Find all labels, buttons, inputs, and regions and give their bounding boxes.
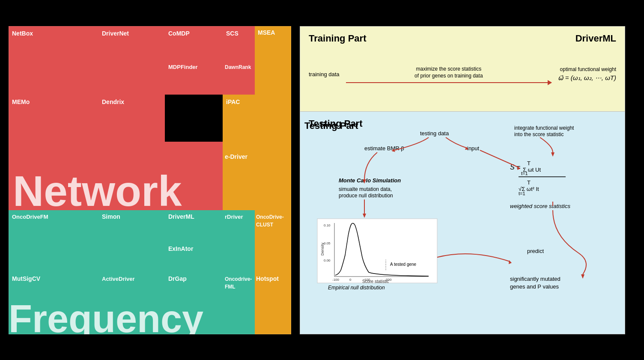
oncodrivefm-label: OncoDriveFM: [12, 214, 48, 220]
ipac-cell: [223, 95, 255, 210]
msea-label: MSEA: [258, 29, 275, 36]
mc-down-head: [363, 214, 366, 218]
predict-text: predict: [527, 248, 544, 254]
result-text2: genes and P values: [510, 283, 559, 290]
x-tick-2: 0: [349, 278, 352, 282]
formula-box: optimal functional weight ω⃗ = (ω₁, ω₂, …: [558, 65, 616, 83]
x-tick-4: 200: [386, 278, 392, 282]
oncodriveclust-label2: CLUST: [256, 222, 274, 228]
hotspot-label: Hotspot: [256, 275, 279, 282]
frequency-big-label: Frequency: [9, 298, 203, 334]
monte-carlo-title: Monte Carlo Simulation: [339, 177, 401, 184]
treemap-panel: MSEA NetBox DriverNet CoMDP SCS MDPFinde…: [9, 26, 291, 334]
optimal-weight-text: optimal functional weight: [558, 65, 616, 73]
network-big-label: Network: [13, 167, 182, 215]
oncodrivefml-label2: FML: [225, 284, 236, 290]
chart-box: [317, 219, 437, 283]
main-container: MSEA NetBox DriverNet CoMDP SCS MDPFinde…: [0, 0, 644, 360]
numerator: T: [527, 160, 531, 167]
testing-svg: Testing Part testing data integrate func…: [300, 112, 613, 309]
gene-label: A tested gene: [390, 262, 417, 267]
mutsigcv-label: MutSigCV: [12, 275, 41, 282]
edriver-label: e-Driver: [225, 153, 247, 160]
simulate-text2: produce null distribution: [339, 193, 393, 199]
y-tick-3: 0.00: [324, 259, 331, 262]
training-arrow: [346, 82, 552, 83]
comdp-label: CoMDP: [168, 30, 190, 37]
training-data-label: training data: [309, 71, 340, 77]
training-title: Training Part: [309, 33, 366, 44]
oncodriveclust-label: OncoDrive-: [256, 214, 284, 220]
y-tick-2: 0.05: [324, 241, 331, 245]
training-arrow-head: [548, 80, 552, 85]
denominator: T: [527, 179, 531, 186]
result-text1: significantly mutated: [510, 276, 561, 282]
predict-arrow-head: [581, 274, 584, 279]
denominator-t: t=1: [519, 191, 525, 196]
testing-section: Testing Part Testing Part testing data i…: [300, 112, 625, 334]
simulate-text1: simualte mutation data,: [339, 186, 392, 192]
chart-to-result: [437, 254, 510, 262]
diagram-panel: Training Part DriverML training data max…: [300, 26, 625, 334]
ipac-label: iPAC: [226, 98, 240, 105]
netbox-label: NetBox: [12, 30, 33, 37]
x-tick-3: 100: [364, 278, 370, 282]
bmr-to-mc: [364, 152, 377, 180]
rdriver-label: rDriver: [225, 214, 243, 220]
msea-cell: [255, 26, 291, 210]
input-to-formula: [480, 150, 519, 167]
drivernet-label: DriverNet: [102, 30, 129, 37]
integrate-text2: into the score statistic: [514, 131, 564, 137]
integrate-arrow-head: [551, 152, 555, 157]
drgap-label: DrGap: [168, 275, 187, 282]
y-tick-1: 0.10: [324, 223, 331, 227]
numerator-t: t=1: [521, 171, 528, 176]
dawnrank-label: DawnRank: [225, 64, 251, 70]
integrate-arrow: [540, 137, 553, 152]
oncodrivefml-label: Oncodrive-: [225, 276, 252, 282]
dendrix-label: Dendrix: [102, 98, 124, 105]
testing-data-text: testing data: [420, 130, 449, 137]
training-arrow-group: maximize the score statisticsof prior ge…: [346, 65, 552, 83]
right-fork-arrow: [446, 137, 467, 148]
simon-label: Simon: [102, 213, 120, 220]
input-text: input: [467, 145, 480, 152]
empirical-label: Empirical null distribution: [328, 285, 385, 291]
mdpfinder-label: MDPFinder: [168, 64, 198, 70]
x-tick-1: -100: [332, 278, 340, 282]
scs-label: SCS: [226, 30, 239, 37]
chart-to-result-head: [509, 260, 512, 264]
memo-label: MEMo: [12, 98, 30, 105]
training-section: Training Part DriverML training data max…: [300, 26, 625, 112]
integrate-text1: integrate functional weight: [514, 125, 574, 131]
formula-math: ω⃗ = (ω₁, ω₂, ⋯, ωT): [558, 73, 616, 83]
activedriver-label: ActiveDriver: [102, 276, 135, 282]
arrow-text: maximize the score statisticsof prior ge…: [414, 65, 483, 80]
training-flow: training data maximize the score statist…: [309, 65, 616, 83]
testing-title-svg: Testing Part: [304, 120, 358, 131]
estimate-bmr-text: estimate BMR β: [364, 145, 404, 152]
exinator-label: ExInAtor: [168, 245, 194, 252]
driverml-cell-label: DriverML: [168, 213, 194, 220]
driverml-title: DriverML: [575, 33, 616, 44]
treemap-svg: MSEA NetBox DriverNet CoMDP SCS MDPFinde…: [9, 26, 291, 334]
weighted-text: weighted score statistics: [510, 203, 570, 209]
predict-arrow: [553, 210, 586, 274]
